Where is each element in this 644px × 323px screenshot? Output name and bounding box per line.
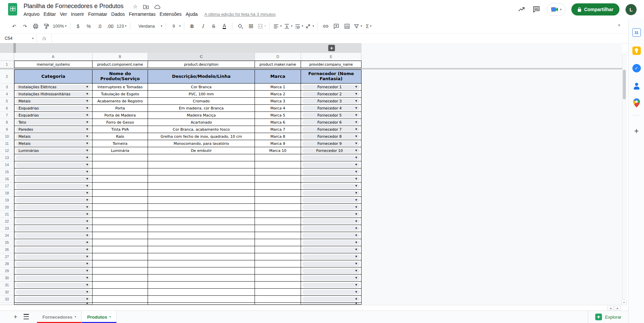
row-header-5[interactable]: 5	[0, 98, 14, 105]
vertical-scrollbar-thumb[interactable]	[623, 70, 626, 99]
cell-D18[interactable]	[255, 190, 301, 197]
category-dropdown[interactable]: ▼	[16, 198, 91, 203]
cell-field-A[interactable]: memorial_systems	[14, 61, 92, 68]
category-dropdown[interactable]: ▼	[16, 226, 91, 231]
comment-history-icon[interactable]	[532, 5, 541, 14]
cell-B16[interactable]	[92, 175, 148, 183]
cell-E17[interactable]: ▼	[301, 183, 362, 190]
cell-C26[interactable]	[148, 246, 255, 253]
category-dropdown[interactable]: ▼	[16, 268, 91, 273]
cell-D22[interactable]	[255, 218, 301, 225]
font-family-select[interactable]: Verdana▾	[132, 22, 163, 31]
text-wrap-button[interactable]: ▾	[294, 22, 304, 31]
row-header-6[interactable]: 6	[0, 105, 14, 112]
supplier-dropdown[interactable]: Fornecedor 2▼	[302, 92, 360, 97]
cell-D21[interactable]	[255, 211, 301, 218]
functions-button[interactable]: Σ▾	[363, 22, 374, 31]
supplier-dropdown[interactable]: ▼	[302, 276, 360, 281]
cell-D30[interactable]	[255, 274, 301, 282]
cell-D10[interactable]: Marca 8	[255, 133, 301, 140]
cell-E5[interactable]: Fornecedor 3▼	[301, 98, 362, 105]
account-avatar[interactable]: L	[626, 4, 637, 15]
row-header-23[interactable]: 23	[0, 225, 14, 232]
cell-B25[interactable]	[92, 239, 148, 246]
menu-arquivo[interactable]: Arquivo	[22, 10, 41, 18]
cell-C5[interactable]: Cromado	[148, 98, 255, 105]
undo-button[interactable]: ↶	[9, 22, 20, 31]
menu-editar[interactable]: Editar	[41, 10, 58, 18]
cell-A19[interactable]: ▼	[14, 197, 92, 204]
supplier-dropdown[interactable]: Fornecedor 8▼	[302, 134, 360, 139]
select-all-corner[interactable]	[0, 53, 14, 61]
cell-A5[interactable]: Metais▼	[14, 98, 92, 105]
menu-formatar[interactable]: Formatar	[86, 10, 109, 18]
cell-B12[interactable]: Luminária	[92, 147, 148, 154]
get-addons-button[interactable]: +	[634, 127, 639, 135]
cell-A30[interactable]: ▼	[14, 274, 92, 282]
category-dropdown[interactable]: Paredes▼	[16, 127, 91, 132]
tab-produtos[interactable]: Produtos ▾	[81, 311, 116, 323]
category-dropdown[interactable]: Metais▼	[16, 134, 91, 139]
row-header-2[interactable]: 2	[0, 69, 14, 84]
cell-C7[interactable]: Madeira Maciça	[148, 112, 255, 119]
tasks-icon[interactable]: ✓	[632, 64, 641, 72]
supplier-dropdown[interactable]: ▼	[302, 226, 360, 231]
expand-column-group-button[interactable]: +	[328, 45, 335, 51]
cell-C3[interactable]: Cor Branca	[148, 84, 255, 91]
cell-E18[interactable]: ▼	[301, 190, 362, 197]
category-dropdown[interactable]: ▼	[16, 212, 91, 217]
cell-D9[interactable]: Marca 7	[255, 126, 301, 133]
cell-D8[interactable]: Marca 6	[255, 119, 301, 126]
category-dropdown[interactable]: Teto▼	[16, 120, 91, 125]
tab-dropdown-icon[interactable]: ▾	[75, 316, 76, 318]
cell-B27[interactable]	[92, 253, 148, 260]
tab-fornecedores[interactable]: Fornecedores ▾	[37, 311, 81, 323]
cell-B7[interactable]: Porta de Madeira	[92, 112, 148, 119]
category-dropdown[interactable]: ▼	[16, 254, 91, 259]
cell-B33[interactable]	[92, 296, 148, 303]
cell-C17[interactable]	[148, 183, 255, 190]
cell-C11[interactable]: Monocomando, para lavatório	[148, 140, 255, 147]
scroll-left-button[interactable]: ◂	[607, 306, 614, 310]
cell-E12[interactable]: Fornecedor 10▼	[301, 147, 362, 154]
cell-A27[interactable]: ▼	[14, 253, 92, 260]
column-header-E[interactable]: E	[301, 53, 362, 61]
cell-A4[interactable]: Instalações Hidrossanitárias▼	[14, 91, 92, 98]
cell-E23[interactable]: ▼	[301, 225, 362, 232]
supplier-dropdown[interactable]: Fornecedor 9▼	[302, 141, 360, 146]
italic-button[interactable]: I	[197, 22, 208, 31]
cell-C8[interactable]: Acartonado	[148, 119, 255, 126]
scroll-down-button[interactable]: ▾	[621, 300, 627, 305]
calendar-icon[interactable]: 31	[632, 28, 641, 37]
cell-field-B[interactable]: product.component.name	[92, 61, 148, 68]
cell-C20[interactable]	[148, 204, 255, 211]
maps-icon[interactable]	[633, 98, 640, 107]
tab-dropdown-icon[interactable]: ▾	[110, 316, 111, 318]
cell-A33[interactable]: ▼	[14, 296, 92, 303]
menu-extensoes[interactable]: Extensões	[158, 10, 184, 18]
cell-D25[interactable]	[255, 239, 301, 246]
vertical-align-button[interactable]: ▾	[283, 22, 294, 31]
format-currency-button[interactable]: $	[73, 22, 83, 31]
category-dropdown[interactable]: ▼	[16, 276, 91, 281]
cell-C30[interactable]	[148, 274, 255, 282]
category-dropdown[interactable]: ▼	[16, 297, 91, 302]
insert-chart-button[interactable]	[342, 22, 352, 31]
row-header-27[interactable]: 27	[0, 253, 14, 260]
version-history-icon[interactable]	[517, 5, 526, 14]
cell-C6[interactable]: Em madeira, cor Branca	[148, 105, 255, 112]
cell-field-E[interactable]: provider.company_name	[301, 61, 362, 68]
formula-input[interactable]	[52, 34, 628, 43]
supplier-dropdown[interactable]: Fornecedor 5▼	[302, 113, 360, 118]
cell-D7[interactable]: Marca 5	[255, 112, 301, 119]
cell-C10[interactable]: Grelha com fecho de inox, quadrado, 10 c…	[148, 133, 255, 140]
category-dropdown[interactable]: Metais▼	[16, 141, 91, 146]
table-header-A[interactable]: Categoria	[14, 69, 92, 84]
table-header-C[interactable]: Descrição/Modelo/Linha	[148, 69, 255, 84]
cell-C31[interactable]	[148, 282, 255, 289]
cell-A8[interactable]: Teto▼	[14, 119, 92, 126]
cell-D11[interactable]: Marca 9	[255, 140, 301, 147]
cell-B30[interactable]	[92, 274, 148, 282]
category-dropdown[interactable]: Instalações Hidrossanitárias▼	[16, 92, 91, 97]
row-header-3[interactable]: 3	[0, 84, 14, 91]
